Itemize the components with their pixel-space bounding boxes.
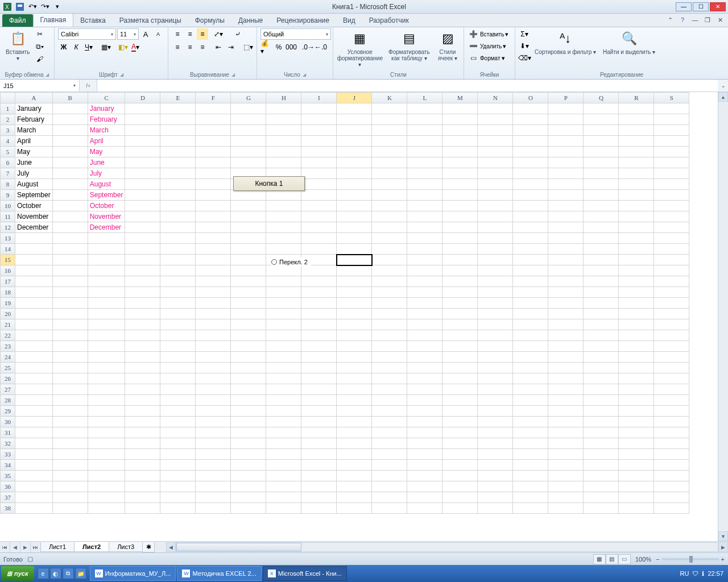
cell[interactable]	[125, 417, 160, 427]
cell[interactable]	[337, 179, 372, 190]
cell[interactable]	[196, 309, 231, 319]
cell[interactable]	[125, 211, 160, 222]
cell[interactable]	[337, 222, 372, 233]
cell[interactable]	[513, 114, 548, 125]
cell[interactable]	[654, 157, 689, 168]
cell[interactable]: June	[15, 157, 53, 168]
conditional-formatting-button[interactable]: ▦Условное форматирование ▾	[337, 28, 383, 69]
cell[interactable]	[301, 179, 337, 190]
cell[interactable]	[125, 157, 160, 168]
cell[interactable]	[478, 319, 513, 330]
row-header[interactable]: 34	[1, 460, 15, 471]
clear-icon[interactable]: ⌫▾	[519, 52, 530, 64]
cell[interactable]	[654, 330, 689, 341]
cell[interactable]	[619, 276, 654, 287]
cell[interactable]	[337, 136, 372, 147]
cell[interactable]	[231, 125, 266, 136]
cell[interactable]	[442, 449, 478, 460]
name-box[interactable]: J15▾	[0, 80, 80, 92]
cell[interactable]	[15, 265, 53, 276]
cell[interactable]	[619, 309, 654, 319]
cell[interactable]	[266, 363, 301, 373]
cell[interactable]	[478, 352, 513, 363]
cell[interactable]	[52, 384, 88, 395]
cell[interactable]	[231, 147, 266, 157]
cell[interactable]	[584, 406, 619, 417]
cell-styles-button[interactable]: ▨Стили ячеек ▾	[435, 28, 460, 63]
cell[interactable]	[125, 363, 160, 373]
cell[interactable]	[125, 503, 160, 514]
cell[interactable]	[407, 103, 442, 114]
cell[interactable]	[231, 233, 266, 244]
cell[interactable]	[266, 190, 301, 201]
cell[interactable]	[548, 492, 584, 503]
align-center-icon[interactable]: ≡	[184, 41, 196, 53]
cell[interactable]	[125, 147, 160, 157]
cell[interactable]	[266, 244, 301, 255]
tab-file[interactable]: Файл	[2, 14, 33, 27]
cell[interactable]	[654, 319, 689, 330]
cell[interactable]	[548, 384, 584, 395]
cell[interactable]	[160, 427, 196, 438]
scroll-thumb[interactable]	[176, 543, 301, 551]
cell[interactable]	[266, 276, 301, 287]
cell[interactable]	[407, 222, 442, 233]
col-header[interactable]: C	[88, 93, 125, 103]
cell[interactable]	[513, 157, 548, 168]
cell[interactable]	[231, 481, 266, 492]
cell[interactable]	[196, 471, 231, 481]
cell[interactable]	[196, 373, 231, 384]
cell[interactable]	[372, 481, 407, 492]
cell[interactable]	[15, 363, 53, 373]
cell[interactable]	[478, 481, 513, 492]
col-header[interactable]: A	[15, 93, 53, 103]
cell[interactable]	[654, 492, 689, 503]
cell[interactable]	[15, 233, 53, 244]
cell[interactable]	[513, 363, 548, 373]
cell[interactable]	[478, 125, 513, 136]
cell[interactable]	[442, 222, 478, 233]
cell[interactable]	[407, 136, 442, 147]
cell[interactable]: November	[88, 211, 125, 222]
cell[interactable]	[478, 309, 513, 319]
cell[interactable]	[301, 373, 337, 384]
cell[interactable]	[337, 460, 372, 471]
cell[interactable]	[231, 427, 266, 438]
cell[interactable]	[88, 460, 125, 471]
font-name-combo[interactable]: Calibri▾	[58, 28, 116, 40]
cell[interactable]	[337, 157, 372, 168]
cell[interactable]: July	[88, 168, 125, 179]
cell[interactable]	[160, 157, 196, 168]
cell[interactable]	[584, 244, 619, 255]
row-header[interactable]: 6	[1, 157, 15, 168]
cell[interactable]	[231, 201, 266, 211]
cell[interactable]	[266, 201, 301, 211]
col-header[interactable]: J	[337, 93, 372, 103]
cell[interactable]	[513, 427, 548, 438]
cell[interactable]	[407, 341, 442, 352]
cell[interactable]	[231, 438, 266, 449]
cell[interactable]	[654, 298, 689, 309]
cell[interactable]	[513, 201, 548, 211]
row-header[interactable]: 12	[1, 222, 15, 233]
cell[interactable]: June	[88, 157, 125, 168]
cell[interactable]	[407, 471, 442, 481]
cell[interactable]	[196, 287, 231, 298]
cell[interactable]	[196, 168, 231, 179]
cell[interactable]	[52, 417, 88, 427]
cell[interactable]	[442, 481, 478, 492]
cell[interactable]	[52, 276, 88, 287]
row-header[interactable]: 28	[1, 395, 15, 406]
cell[interactable]	[372, 255, 407, 265]
cell[interactable]	[513, 492, 548, 503]
cell[interactable]	[301, 244, 337, 255]
cell[interactable]	[372, 287, 407, 298]
cell[interactable]	[15, 244, 53, 255]
cell[interactable]	[513, 471, 548, 481]
cell[interactable]	[478, 363, 513, 373]
cell[interactable]	[407, 319, 442, 330]
cell[interactable]	[548, 222, 584, 233]
cell[interactable]	[513, 147, 548, 157]
paste-button[interactable]: 📋 Вставить▾	[3, 28, 32, 63]
cell[interactable]	[301, 363, 337, 373]
